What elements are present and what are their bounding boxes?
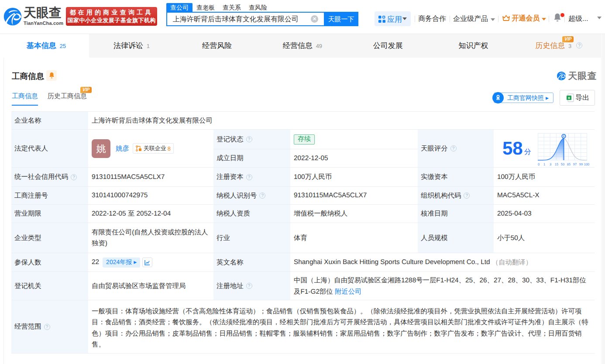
- svg-text:85: 85: [567, 162, 571, 166]
- svg-text:1: 1: [543, 162, 545, 166]
- svg-text:100: 100: [584, 162, 590, 166]
- svg-text:0: 0: [538, 162, 540, 166]
- svg-text:50: 50: [561, 162, 564, 166]
- svg-text:99: 99: [579, 162, 583, 166]
- svg-text:X: X: [568, 96, 571, 100]
- svg-text:3: 3: [550, 162, 551, 166]
- svg-text:15: 15: [555, 162, 558, 166]
- svg-text:97: 97: [573, 162, 577, 166]
